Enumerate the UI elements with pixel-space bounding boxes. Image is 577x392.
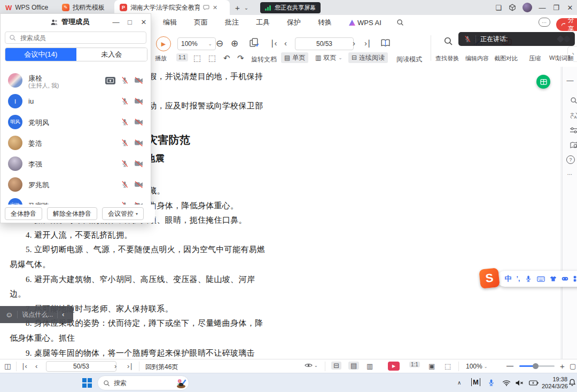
ime-game-icon[interactable] <box>562 276 568 281</box>
continuous-read-button[interactable]: ⊟ 连续阅读 <box>348 52 388 63</box>
ime-mic-icon[interactable] <box>525 275 532 283</box>
status-actual-size-icon[interactable]: 1:1 <box>409 362 420 367</box>
menu-protect[interactable]: 保护 <box>285 18 303 27</box>
camera-off-icon[interactable] <box>134 119 143 126</box>
tab-not-joined[interactable]: 未入会 <box>76 48 147 61</box>
mic-muted-icon[interactable] <box>121 97 129 105</box>
crop-page-icon[interactable]: ⬚ <box>193 53 201 63</box>
sidebar-search-icon[interactable] <box>566 97 577 104</box>
sticker-icon[interactable]: ⋯ <box>539 18 550 27</box>
zoom-plus-icon[interactable]: + <box>560 362 565 371</box>
meeting-control-button[interactable]: 会议管控▾ <box>102 207 144 220</box>
status-single-page-icon[interactable]: ▤ <box>348 362 359 370</box>
camera-off-icon[interactable] <box>134 77 143 84</box>
ime-punctuation[interactable]: ’, <box>517 275 520 283</box>
rotate-doc-button[interactable]: 旋转文档 <box>251 55 277 64</box>
zoom-minus-icon[interactable]: — <box>506 362 513 370</box>
status-play-button[interactable]: ▶ <box>388 362 400 371</box>
book-layout-icon[interactable] <box>380 39 391 47</box>
member-search-input[interactable] <box>19 34 142 42</box>
tab-docer-template[interactable]: ✎ 找稻壳模板 <box>57 0 110 15</box>
panel-maximize-icon[interactable]: □ <box>123 18 136 26</box>
workspace-cube-icon[interactable] <box>505 4 519 11</box>
close-window-icon[interactable]: ✕ <box>563 4 577 12</box>
taskbar-search-box[interactable]: 搜索 <box>97 375 189 390</box>
mute-all-button[interactable]: 全体静音 <box>5 207 42 220</box>
member-row[interactable]: 姜浩 <box>1 134 151 154</box>
tab-in-meeting[interactable]: 会议中(14) <box>5 48 76 61</box>
sidebar-settings-icon[interactable] <box>566 127 577 134</box>
status-page-input[interactable]: 50/53 <box>46 361 116 372</box>
tab-document-active[interactable]: P 湖南大学法学院安全教育手册( ✕ <box>114 0 230 15</box>
camera-off-icon[interactable] <box>134 139 143 146</box>
menu-search-icon[interactable] <box>396 19 404 26</box>
camera-off-icon[interactable] <box>134 181 143 188</box>
close-tab-icon[interactable]: ✕ <box>213 4 217 11</box>
view-options-button[interactable]: ⌄ <box>305 363 318 368</box>
member-row[interactable]: 李强 <box>1 154 151 175</box>
mic-muted-icon[interactable] <box>121 139 129 147</box>
tray-battery-icon[interactable] <box>529 380 539 386</box>
play-slideshow-button[interactable]: ▶ <box>156 36 171 51</box>
panel-close-icon[interactable]: ✕ <box>137 18 150 26</box>
collapse-sidebar-icon[interactable]: — <box>563 76 577 84</box>
menu-page[interactable]: 页面 <box>192 18 210 27</box>
chat-quick-bubble[interactable]: ☺ 说点什么... ‹ <box>0 306 73 323</box>
single-page-button[interactable]: ▤ 单页 <box>281 52 308 63</box>
menu-edit[interactable]: 编辑 <box>161 18 179 27</box>
tray-volume-muted-icon[interactable] <box>515 380 524 386</box>
edit-content-button[interactable]: 编辑内容 <box>465 54 489 62</box>
zoom-slider-thumb[interactable] <box>533 363 539 369</box>
member-row[interactable]: 明风 党明风 <box>1 113 151 133</box>
camera-off-icon[interactable] <box>134 98 143 105</box>
tab-list-chevron-icon[interactable]: ⌄ <box>244 5 248 11</box>
next-page-icon[interactable]: › <box>353 38 355 48</box>
rotate-left-icon[interactable]: ↶ <box>223 53 230 63</box>
prev-page-icon[interactable]: ‹ <box>284 38 287 48</box>
start-button[interactable] <box>79 375 95 391</box>
page-number-input[interactable]: 50/53 <box>295 37 354 50</box>
comment-bubble-icon[interactable] <box>203 5 209 10</box>
rotate-pages-icon[interactable] <box>249 38 259 47</box>
status-last-page-icon[interactable]: ›∣ <box>127 362 133 370</box>
crop-margins-icon[interactable]: ⬚ <box>208 53 216 63</box>
toggle-nav-pane-icon[interactable]: ◫ <box>4 362 11 370</box>
share-button[interactable]: 分享 <box>556 18 577 31</box>
sogou-ime-logo[interactable]: S <box>479 268 500 289</box>
ime-indicator-icon[interactable]: M <box>471 378 480 386</box>
zoom-out-icon[interactable]: ⊖ <box>216 38 223 49</box>
panel-minimize-icon[interactable]: — <box>110 18 122 26</box>
ime-keyboard-icon[interactable] <box>537 276 545 282</box>
member-row[interactable]: 康栓 (主持人, 我) <box>1 69 151 92</box>
ime-skin-icon[interactable] <box>550 276 557 282</box>
minimize-window-icon[interactable]: — <box>535 4 549 12</box>
menu-convert[interactable]: 转换 <box>316 18 334 27</box>
compress-button[interactable]: 压缩 <box>529 54 541 62</box>
mic-muted-icon[interactable] <box>121 160 129 168</box>
ime-cn-mode[interactable]: 中 <box>505 274 512 284</box>
member-row[interactable]: I iu <box>1 92 151 112</box>
sidebar-navigate-icon[interactable] <box>566 142 577 148</box>
zoom-dropdown[interactable]: 100%⌄ <box>177 37 216 50</box>
first-page-icon[interactable]: ∣‹ <box>270 38 277 48</box>
back-to-page-link[interactable]: 回到第46页 <box>145 363 178 372</box>
camera-off-icon[interactable] <box>134 160 143 167</box>
mic-muted-icon[interactable] <box>121 76 129 84</box>
tray-notification-bell-icon[interactable] <box>568 379 576 386</box>
unmute-all-button[interactable]: 解除全体静音 <box>47 207 97 220</box>
status-zoom-dropdown[interactable]: 100%⌄ <box>466 363 487 370</box>
menu-annotate[interactable]: 批注 <box>223 18 241 27</box>
restore-window-icon[interactable]: ❐ <box>549 4 563 12</box>
collapse-chat-icon[interactable]: ‹ <box>62 311 64 318</box>
word-translate-label-clipped[interactable]: 划词翻 <box>556 54 573 62</box>
find-replace-icon[interactable] <box>443 36 453 46</box>
status-continuous-icon[interactable]: ⊟ <box>331 362 341 370</box>
actual-size-icon[interactable]: 1:1 <box>176 53 188 61</box>
sidebar-help-icon[interactable]: ? <box>566 155 575 164</box>
tray-clock[interactable]: 19:38 2024/3/26 <box>542 376 567 390</box>
status-double-page-icon[interactable]: ▥ <box>367 362 373 370</box>
rotate-right-icon[interactable]: ↷ <box>237 53 244 63</box>
chat-placeholder[interactable]: 说点什么... <box>22 310 53 319</box>
last-page-icon[interactable]: ›∣ <box>364 38 371 48</box>
mic-muted-icon[interactable] <box>121 118 129 126</box>
